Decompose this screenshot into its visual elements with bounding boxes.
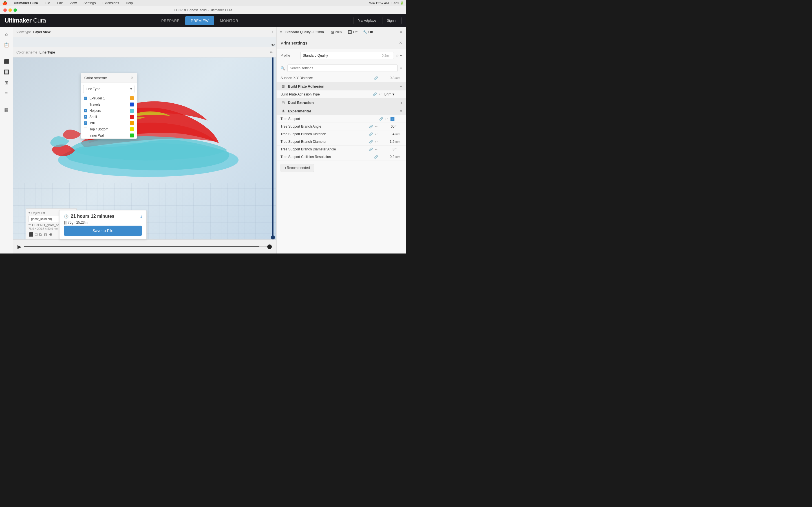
setting-value: 3 bbox=[380, 147, 395, 151]
tab-preview[interactable]: PREVIEW bbox=[185, 16, 214, 25]
obj-icon-frame[interactable]: □ bbox=[35, 232, 37, 237]
cs-item[interactable]: ✓Helpers bbox=[81, 108, 137, 114]
section-toggle[interactable]: ▾ bbox=[400, 84, 402, 89]
colorscheme-edit[interactable]: ✏ bbox=[270, 50, 273, 54]
menu-settings[interactable]: Settings bbox=[82, 1, 97, 5]
link-icon[interactable]: 🔗 bbox=[369, 132, 373, 136]
menu-help[interactable]: Help bbox=[124, 1, 134, 5]
cs-item-checkbox[interactable] bbox=[84, 128, 87, 131]
maximize-button[interactable] bbox=[13, 8, 17, 12]
setting-value: 4 bbox=[380, 132, 395, 136]
setting-icons: 🔗 ↩ bbox=[373, 93, 382, 96]
cs-item-label: Top / Bottom bbox=[89, 127, 128, 131]
cs-item-checkbox[interactable]: ✓ bbox=[84, 109, 87, 112]
battery-icon: 100% 🔋 bbox=[391, 1, 404, 5]
cs-type-dropdown[interactable]: Line Type ▾ bbox=[83, 85, 135, 93]
menu-view[interactable]: View bbox=[68, 1, 78, 5]
reset-icon[interactable]: ↩ bbox=[378, 93, 382, 96]
section-title: Build Plate Adhesion bbox=[288, 84, 400, 89]
setting-icons: 🔗 ↩ bbox=[369, 132, 378, 136]
reset-icon[interactable]: ↩ bbox=[374, 132, 378, 136]
search-icon: 🔍 bbox=[281, 66, 285, 70]
toolbar-view2[interactable]: 🔲 bbox=[2, 67, 11, 76]
link-icon[interactable]: 🔗 bbox=[374, 76, 378, 80]
obj-icon-copy[interactable]: ⧉ bbox=[39, 232, 42, 237]
cs-item[interactable]: Travels bbox=[81, 101, 137, 108]
recommended-button[interactable]: ‹ Recommended bbox=[281, 164, 314, 172]
link-icon[interactable]: 🔗 bbox=[379, 117, 383, 121]
tab-monitor[interactable]: MONITOR bbox=[214, 16, 244, 25]
layer-bottom-thumb[interactable] bbox=[271, 235, 275, 239]
setting-unit: mm bbox=[395, 140, 402, 144]
cs-popup-close[interactable]: × bbox=[131, 75, 133, 80]
layer-slider-track[interactable] bbox=[24, 246, 272, 247]
tab-prepare[interactable]: PREPARE bbox=[156, 16, 185, 25]
profile-dropdown-icon[interactable]: ▾ bbox=[400, 54, 402, 58]
toolbar-view3[interactable]: ⊞ bbox=[2, 78, 11, 87]
toolbar-view1[interactable]: ⬛ bbox=[2, 56, 11, 66]
close-button[interactable] bbox=[3, 8, 7, 12]
save-to-file-button[interactable]: Save to File bbox=[64, 226, 142, 236]
cs-item[interactable]: ✓Extruder 1 bbox=[81, 95, 137, 101]
marketplace-button[interactable]: Marketplace bbox=[354, 17, 380, 24]
layer-indicator: 253 bbox=[269, 43, 276, 239]
viewtype-collapse[interactable]: ‹ bbox=[272, 30, 273, 34]
link-icon[interactable]: 🔗 bbox=[374, 155, 378, 159]
print-settings-close[interactable]: × bbox=[399, 40, 402, 46]
cs-item-checkbox[interactable] bbox=[84, 103, 87, 106]
cs-item-checkbox[interactable]: ✓ bbox=[84, 97, 87, 100]
cs-item-checkbox[interactable]: ✓ bbox=[84, 121, 87, 125]
setting-check[interactable]: ✓ bbox=[391, 117, 395, 121]
viewtype-value: Layer view bbox=[33, 30, 50, 34]
cs-item[interactable]: ✓Shell bbox=[81, 114, 137, 120]
menu-extensions[interactable]: Extensions bbox=[101, 1, 120, 5]
reset-icon[interactable]: ↩ bbox=[374, 147, 378, 151]
header-actions: Marketplace Sign in bbox=[354, 17, 402, 24]
play-button[interactable]: ▶ bbox=[17, 244, 21, 250]
cs-item[interactable]: ✓Infill bbox=[81, 120, 137, 126]
cs-item-checkbox[interactable]: ✓ bbox=[84, 115, 87, 119]
toolbar-home[interactable]: ⌂ bbox=[2, 29, 11, 39]
toolbar-layers[interactable]: 📋 bbox=[2, 40, 11, 50]
profile-star[interactable]: ☆ bbox=[396, 54, 399, 58]
section-header-dual-extrusion[interactable]: ⊟ Dual Extrusion ‹ bbox=[276, 98, 406, 107]
layer-slider-thumb[interactable] bbox=[267, 244, 272, 249]
colorscheme-popup: Color scheme × Line Type ▾ ✓Extruder 1Tr… bbox=[81, 73, 137, 139]
estimate-info-icon[interactable]: ℹ bbox=[140, 214, 142, 219]
reset-icon[interactable]: ↩ bbox=[384, 117, 388, 121]
toolbar-view5[interactable]: ▦ bbox=[2, 105, 11, 114]
link-icon[interactable]: 🔗 bbox=[369, 140, 373, 144]
obj-icon-solid[interactable]: ⬛ bbox=[29, 232, 33, 237]
profile-dropdown[interactable]: Standard Quality - 0.2mm bbox=[300, 52, 394, 59]
cs-item-checkbox[interactable] bbox=[84, 134, 87, 137]
obj-icon-delete[interactable]: 🗑 bbox=[43, 232, 47, 237]
section-icon: ⊟ bbox=[281, 100, 286, 105]
link-icon[interactable]: 🔗 bbox=[373, 93, 377, 96]
toolbar-view4[interactable]: ≡ bbox=[2, 89, 11, 98]
link-icon[interactable]: 🔗 bbox=[369, 147, 373, 151]
cs-item[interactable]: Top / Bottom bbox=[81, 126, 137, 132]
brim-select[interactable]: Brim ▾ bbox=[384, 92, 395, 96]
section-header-experimental[interactable]: ⚗ Experimental ▾ bbox=[276, 107, 406, 115]
reset-icon[interactable]: ↩ bbox=[374, 140, 378, 144]
search-menu-icon[interactable]: ≡ bbox=[400, 66, 402, 70]
quality-edit[interactable]: ✏ bbox=[400, 30, 403, 34]
menu-file[interactable]: File bbox=[43, 1, 51, 5]
setting-name: Tree Support Collision Resolution bbox=[281, 155, 374, 159]
section-header-build-plate-adhesion[interactable]: ⊞ Build Plate Adhesion ▾ bbox=[276, 82, 406, 91]
reset-icon[interactable]: ↩ bbox=[374, 124, 378, 128]
link-icon[interactable]: 🔗 bbox=[369, 124, 373, 128]
menu-edit[interactable]: Edit bbox=[56, 1, 64, 5]
app-name[interactable]: Ultimaker Cura bbox=[13, 1, 39, 5]
menubar: 🍎 Ultimaker Cura File Edit View Settings… bbox=[0, 0, 406, 6]
section-toggle[interactable]: ▾ bbox=[400, 109, 402, 113]
search-input[interactable] bbox=[287, 64, 398, 72]
minimize-button[interactable] bbox=[8, 8, 12, 12]
apple-icon[interactable]: 🍎 bbox=[2, 1, 7, 5]
cs-popup-header: Color scheme × bbox=[81, 73, 137, 83]
window-controls bbox=[3, 8, 17, 12]
signin-button[interactable]: Sign in bbox=[383, 17, 402, 24]
section-toggle[interactable]: ‹ bbox=[401, 101, 402, 105]
obj-icon-add[interactable]: ⊕ bbox=[49, 232, 52, 237]
cs-item[interactable]: Inner Wall bbox=[81, 132, 137, 138]
